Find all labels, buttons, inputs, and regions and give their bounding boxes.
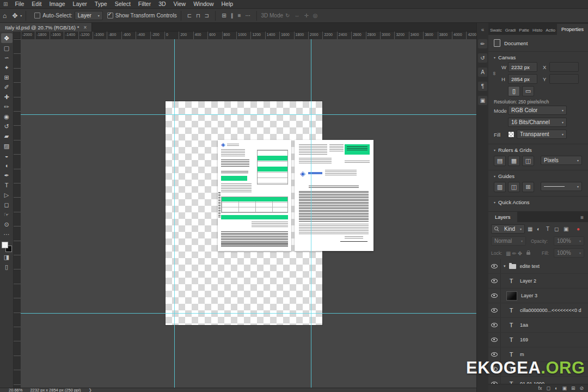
- tab-gradients[interactable]: Gradi: [504, 26, 518, 35]
- auto-select-checkbox[interactable]: [34, 13, 40, 19]
- screen-mode-button[interactable]: ▯: [1, 262, 13, 272]
- pen-tool[interactable]: ✒: [1, 170, 13, 180]
- more-align-options-icon[interactable]: ⋯: [243, 13, 253, 19]
- tab-history[interactable]: Histo: [531, 26, 544, 35]
- tab-swatches[interactable]: Swatc: [488, 26, 504, 35]
- guide-horizontal-top[interactable]: [21, 114, 476, 115]
- bit-depth-dropdown[interactable]: 16 Bits/Channel ▾: [508, 118, 567, 127]
- align-left-icon[interactable]: ⊏: [185, 13, 194, 19]
- ruler-units-dropdown[interactable]: Pixels ▾: [541, 156, 582, 165]
- menu-help[interactable]: Help: [218, 0, 237, 8]
- home-icon[interactable]: ⌂: [0, 13, 9, 19]
- filter-adjustment-layers-icon[interactable]: ◐: [537, 226, 540, 232]
- new-layer-icon[interactable]: ⊞: [571, 386, 575, 391]
- healing-brush-tool[interactable]: ✚: [1, 92, 13, 102]
- guides-section-header[interactable]: ▾ Guides: [494, 173, 514, 179]
- canvas-fill-dropdown[interactable]: Transparent ▾: [517, 130, 567, 139]
- 3d-scale-icon[interactable]: ◎: [311, 13, 320, 19]
- visibility-toggle[interactable]: [488, 347, 501, 362]
- width-field[interactable]: 2232 px: [508, 62, 537, 72]
- quick-actions-section-header[interactable]: ▾ Quick Actions: [494, 199, 530, 205]
- clear-guides-button[interactable]: ⊞: [522, 182, 534, 192]
- layer-row[interactable]: T m: [488, 347, 588, 362]
- type-tool[interactable]: T: [1, 180, 13, 190]
- layer-row[interactable]: Layer 3: [488, 289, 588, 303]
- layer-row[interactable]: T cilla0000000...<<<<<<<<0 d: [488, 303, 588, 318]
- shape-tool[interactable]: ◻: [1, 200, 13, 210]
- filter-toggle-icon[interactable]: ●: [577, 226, 580, 232]
- history-panel-icon[interactable]: ↺: [478, 53, 487, 63]
- layer-name[interactable]: 1aa: [520, 322, 528, 328]
- tab-actions[interactable]: Actio: [544, 26, 557, 35]
- lock-position-icon[interactable]: ✥: [518, 250, 522, 256]
- menu-image[interactable]: Image: [45, 0, 69, 8]
- tab-patterns[interactable]: Patte: [517, 26, 531, 35]
- layer-name[interactable]: edite text: [520, 264, 540, 269]
- toggle-guides-button[interactable]: ▥: [494, 182, 506, 192]
- delete-layer-icon[interactable]: ⊘: [579, 386, 584, 391]
- orientation-portrait-button[interactable]: ▯: [508, 86, 520, 96]
- 3d-pan-icon[interactable]: ⇔: [292, 13, 302, 19]
- paragraph-panel-icon[interactable]: ¶: [478, 82, 487, 91]
- marquee-tool[interactable]: ▢: [1, 43, 13, 53]
- menu-file[interactable]: File: [11, 0, 28, 8]
- visibility-toggle[interactable]: [488, 362, 501, 376]
- panel-menu-icon[interactable]: ≡: [580, 215, 588, 222]
- layer-row-group[interactable]: ▾ edite text: [488, 259, 588, 274]
- close-tab-icon[interactable]: ×: [83, 24, 87, 30]
- document-page-right[interactable]: ◈: [295, 140, 373, 251]
- group-expand-caret-icon[interactable]: ▾: [504, 264, 506, 268]
- layer-name[interactable]: Layer 2: [520, 278, 536, 284]
- visibility-toggle[interactable]: [488, 259, 501, 273]
- menu-layer[interactable]: Layer: [69, 0, 91, 8]
- dodge-tool[interactable]: ◖: [1, 161, 13, 170]
- layer-name[interactable]: m: [520, 352, 524, 357]
- ruler-corner[interactable]: [14, 32, 21, 39]
- adjustment-layer-icon[interactable]: ◐: [555, 386, 558, 391]
- filter-pixel-layers-icon[interactable]: ▦: [528, 226, 532, 232]
- align-center-icon[interactable]: ⊓: [194, 13, 203, 19]
- character-panel-icon[interactable]: A: [478, 68, 487, 77]
- gradient-tool[interactable]: ▨: [1, 141, 13, 151]
- lock-pixels-icon[interactable]: ✏: [512, 250, 516, 256]
- guide-horizontal-bottom[interactable]: [21, 313, 476, 314]
- clone-stamp-tool[interactable]: ◉: [1, 112, 13, 121]
- layer-row[interactable]: T: [488, 362, 588, 377]
- toggle-grid-button[interactable]: ▦: [508, 156, 520, 166]
- toggle-rulers-button[interactable]: ▤: [494, 156, 506, 166]
- layer-row[interactable]: T Layer 2: [488, 274, 588, 289]
- new-group-icon[interactable]: ▣: [562, 386, 567, 391]
- color-mode-dropdown[interactable]: RGB Color ▾: [508, 106, 567, 115]
- layer-name[interactable]: Layer 3: [521, 293, 537, 298]
- menu-3d[interactable]: 3D: [155, 0, 169, 8]
- height-field[interactable]: 2854 px: [508, 74, 537, 84]
- align-right-icon[interactable]: ⊐: [203, 13, 211, 19]
- visibility-toggle[interactable]: [488, 289, 501, 303]
- menu-window[interactable]: Window: [189, 0, 217, 8]
- distribute-horizontal-icon[interactable]: ∥: [229, 13, 236, 19]
- filter-smart-objects-icon[interactable]: ▣: [564, 226, 568, 232]
- auto-select-target-dropdown[interactable]: Layer ▾: [75, 11, 103, 20]
- layer-mask-icon[interactable]: ◻: [546, 386, 550, 391]
- app-icon[interactable]: ⊞: [0, 1, 11, 7]
- zoom-level[interactable]: 20.66%: [9, 388, 22, 392]
- zoom-tool[interactable]: ⊙: [1, 219, 13, 229]
- layer-name[interactable]: 169: [520, 337, 528, 342]
- menu-edit[interactable]: Edit: [28, 0, 45, 8]
- link-dimensions-icon[interactable]: ∞: [492, 72, 497, 75]
- crop-tool[interactable]: ⊞: [1, 72, 13, 82]
- quick-selection-tool[interactable]: ✦: [1, 63, 13, 72]
- menu-type[interactable]: Type: [91, 0, 111, 8]
- layer-row[interactable]: T 1aa: [488, 318, 588, 333]
- orientation-landscape-button[interactable]: ▭: [522, 86, 534, 96]
- visibility-toggle[interactable]: [488, 333, 501, 347]
- document-page-left[interactable]: ◈: [218, 140, 291, 251]
- eraser-tool[interactable]: ▰: [1, 131, 13, 141]
- layer-name[interactable]: cilla0000000...<<<<<<<<0 d: [520, 308, 581, 313]
- document-tab[interactable]: Italy id.psd @ 20.7% (RGB/16) * ×: [0, 23, 92, 32]
- menu-filter[interactable]: Filter: [134, 0, 155, 8]
- filter-shape-layers-icon[interactable]: ◻: [554, 226, 559, 232]
- lock-transparent-icon[interactable]: ▦: [506, 250, 511, 256]
- x-field[interactable]: [549, 62, 579, 72]
- opacity-dropdown[interactable]: 100% ▾: [554, 236, 584, 246]
